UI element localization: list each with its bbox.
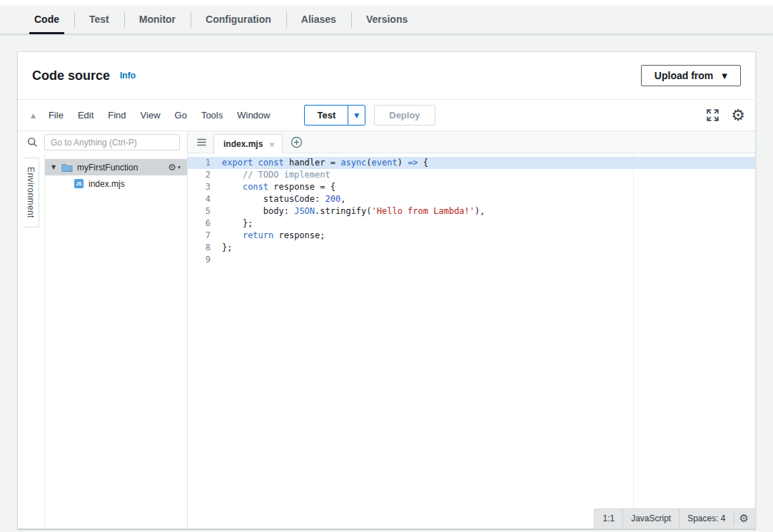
line-number[interactable]: 7: [188, 230, 219, 242]
line-number[interactable]: 1: [188, 157, 219, 169]
editor-settings-gear-icon[interactable]: ⚙: [731, 108, 745, 123]
tab-label: index.mjs: [223, 139, 263, 149]
editor-status-bar: 1:1JavaScriptSpaces: 4 ⚙: [594, 508, 755, 528]
nav-tab-code[interactable]: Code: [19, 6, 74, 34]
code-text: export const handler = async(event) => {: [219, 157, 428, 169]
caret-down-icon: ▼: [722, 72, 727, 80]
search-icon: [27, 137, 38, 148]
deploy-button[interactable]: Deploy: [374, 105, 435, 126]
language-mode[interactable]: JavaScript: [622, 509, 679, 528]
code-line-7[interactable]: 7 return response;: [188, 230, 755, 242]
new-tab-plus-icon[interactable]: [290, 136, 303, 148]
code-editor: index.mjs × 1export const handler = asyn…: [188, 131, 755, 528]
line-number[interactable]: 4: [188, 193, 219, 205]
editor-tab-bar: index.mjs ×: [188, 131, 755, 153]
code-text: };: [219, 242, 232, 254]
line-number[interactable]: 2: [188, 169, 219, 181]
folder-label: myFirstFunction: [77, 163, 138, 173]
tab-list-icon[interactable]: [196, 138, 207, 147]
tree-file-row[interactable]: JS index.mjs: [45, 175, 187, 192]
js-file-icon: JS: [74, 179, 84, 188]
cursor-position[interactable]: 1:1: [595, 509, 622, 528]
code-line-2[interactable]: 2 // TODO implement: [188, 169, 755, 181]
line-number[interactable]: 6: [188, 218, 219, 230]
menu-file[interactable]: File: [41, 110, 71, 121]
folder-icon: [61, 163, 73, 172]
code-line-6[interactable]: 6 };: [188, 218, 755, 230]
menu-go[interactable]: Go: [168, 110, 194, 121]
file-tree: ▼ myFirstFunction ⚙ ▾: [45, 153, 187, 528]
indent-setting[interactable]: Spaces: 4: [679, 509, 733, 528]
tree-settings-gear-icon: ⚙: [168, 163, 176, 172]
upload-from-label: Upload from: [655, 70, 713, 81]
tab-close-icon[interactable]: ×: [269, 139, 275, 150]
code-line-8[interactable]: 8};: [188, 242, 755, 254]
nav-tab-test[interactable]: Test: [74, 6, 124, 34]
code-line-9[interactable]: 9: [188, 254, 755, 266]
code-line-1[interactable]: 1export const handler = async(event) => …: [188, 157, 755, 169]
tree-folder-row[interactable]: ▼ myFirstFunction ⚙ ▾: [45, 159, 187, 175]
fullscreen-icon[interactable]: [706, 108, 719, 122]
code-text: return response;: [219, 230, 325, 242]
folder-expand-caret-icon[interactable]: ▼: [51, 164, 61, 170]
toolbar-right: ⚙: [706, 108, 745, 123]
panel-header: Code source Info Upload from ▼: [18, 52, 755, 99]
line-number[interactable]: 3: [188, 181, 219, 193]
top-strip: [0, 0, 773, 6]
code-area[interactable]: 1export const handler = async(event) => …: [188, 153, 755, 528]
collapse-menubar-icon[interactable]: ▲: [31, 112, 36, 119]
editor-menubar: FileEditFindViewGoToolsWindow: [41, 110, 278, 121]
info-link[interactable]: Info: [120, 71, 136, 81]
code-text: statusCode: 200,: [219, 193, 345, 205]
menu-view[interactable]: View: [133, 110, 168, 121]
test-split-button: Test ▼: [304, 105, 365, 126]
environment-tab[interactable]: Environment: [23, 158, 39, 227]
nav-tabs: CodeTestMonitorConfigurationAliasesVersi…: [0, 6, 773, 34]
nav-tab-configuration[interactable]: Configuration: [191, 6, 286, 34]
code-text: body: JSON.stringify('Hello from Lambda!…: [219, 205, 485, 218]
code-source-panel: Code source Info Upload from ▼ ▲ FileEdi…: [17, 51, 756, 529]
menu-find[interactable]: Find: [101, 110, 133, 121]
status-settings-gear-icon[interactable]: ⚙: [734, 512, 755, 526]
nav-tab-aliases[interactable]: Aliases: [286, 6, 351, 34]
line-number[interactable]: 8: [188, 242, 219, 254]
code-line-5[interactable]: 5 body: JSON.stringify('Hello from Lambd…: [188, 205, 755, 218]
panel-title: Code source: [32, 68, 110, 83]
upload-from-button[interactable]: Upload from ▼: [641, 65, 741, 86]
code-line-3[interactable]: 3 const response = {: [188, 181, 755, 193]
sidebar-body: Environment ▼ myFirstFunction: [18, 153, 187, 528]
tree-settings-caret-icon: ▾: [178, 164, 181, 170]
code-text: };: [219, 218, 253, 230]
line-number[interactable]: 5: [188, 205, 219, 218]
nav-tab-versions[interactable]: Versions: [351, 6, 423, 34]
tab-index-mjs[interactable]: index.mjs ×: [213, 134, 283, 153]
menu-tools[interactable]: Tools: [194, 110, 230, 121]
workspace: Environment ▼ myFirstFunction: [18, 131, 755, 528]
goto-anything-input[interactable]: [44, 134, 180, 150]
nav-tab-monitor[interactable]: Monitor: [124, 6, 191, 34]
test-button[interactable]: Test: [304, 105, 348, 126]
code-text: const response = {: [219, 181, 335, 193]
code-text: // TODO implement: [219, 169, 330, 181]
goto-anything-row: [18, 131, 187, 153]
test-dropdown-caret-icon[interactable]: ▼: [348, 105, 365, 126]
menu-window[interactable]: Window: [230, 110, 277, 121]
status-items: 1:1JavaScriptSpaces: 4: [595, 509, 733, 528]
code-text: [219, 254, 222, 266]
line-number[interactable]: 9: [188, 254, 219, 266]
code-lines: 1export const handler = async(event) => …: [188, 157, 755, 266]
menu-edit[interactable]: Edit: [71, 110, 101, 121]
environment-column: Environment: [18, 153, 45, 528]
file-sidebar: Environment ▼ myFirstFunction: [18, 131, 188, 528]
editor-toolbar: ▲ FileEditFindViewGoToolsWindow Test ▼ D…: [18, 99, 755, 131]
code-line-4[interactable]: 4 statusCode: 200,: [188, 193, 755, 205]
page-content: Code source Info Upload from ▼ ▲ FileEdi…: [0, 34, 773, 529]
file-label: index.mjs: [89, 179, 125, 189]
tree-settings-control[interactable]: ⚙ ▾: [168, 163, 181, 172]
